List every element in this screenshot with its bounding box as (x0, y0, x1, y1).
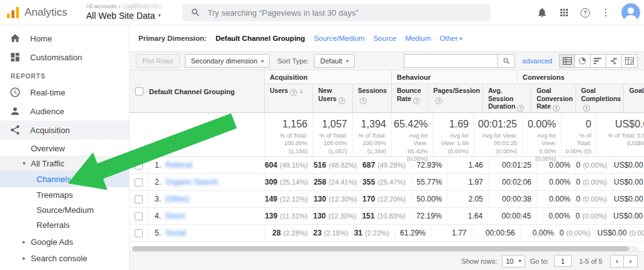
summary-sessions: 1,394% of Total: 100.00% (1,394) (353, 113, 392, 156)
sidebar-item-referrals[interactable]: Referrals (0, 217, 129, 232)
sidebar-item-audience[interactable]: Audience (0, 102, 129, 121)
show-rows-select[interactable]: 10▾ (502, 255, 525, 267)
sessions-cell: 31(2.22%) (354, 225, 395, 241)
column-header-users[interactable]: Users?↓ (265, 84, 313, 112)
help-tooltip-icon[interactable]: ? (553, 105, 560, 112)
goal-conversion-rate-cell: 0.00% (536, 208, 575, 224)
dimension-tab-source-medium[interactable]: Source/Medium (314, 35, 365, 42)
google-analytics-logo[interactable] (6, 6, 20, 19)
search-placeholder: Try searching “Pageviews in last 30 days… (208, 8, 358, 18)
sidebar-item-channels[interactable]: Channels (0, 171, 129, 187)
row-checkbox[interactable] (135, 229, 143, 237)
goto-label: Go to: (530, 257, 549, 265)
help-tooltip-icon[interactable]: ? (435, 97, 442, 104)
summary-avg-session-duration: 00:01:25Avg for View: 00:01:25 (0.00%) (474, 113, 523, 156)
row-checkbox[interactable] (135, 161, 143, 170)
pages-session-cell: 1.64 (447, 208, 488, 224)
chevron-down-icon: ▾ (261, 58, 264, 64)
sidebar-item-customisation[interactable]: Customisation (0, 48, 129, 67)
column-header-pages-session[interactable]: Pages/Session? (428, 84, 483, 112)
table-search-button[interactable] (498, 54, 515, 68)
help-tooltip-icon[interactable]: ? (338, 97, 345, 104)
avatar[interactable] (621, 3, 640, 22)
users-cell: 149(12.12%) (265, 191, 314, 207)
row-checkbox-cell (130, 174, 148, 190)
goal-value-cell: US$0.00(0.00%) (613, 174, 644, 190)
comparison-view-icon[interactable] (606, 54, 622, 68)
apps-grid-icon[interactable] (558, 7, 570, 18)
sidebar-item-label: Channels (36, 175, 71, 184)
first-column-header[interactable]: Default Channel Grouping (130, 70, 265, 112)
help-tooltip-icon[interactable]: ? (413, 97, 420, 104)
help-tooltip-icon[interactable]: ? (360, 97, 367, 104)
sidebar-item-acquisition[interactable]: Acquisition (0, 121, 129, 139)
help-tooltip-icon[interactable]: ? (517, 105, 524, 112)
sidebar-item-overview[interactable]: Overview (0, 141, 129, 156)
sidebar-item-home[interactable]: Home (0, 29, 129, 48)
help-tooltip-icon[interactable]: ? (290, 89, 297, 96)
dimension-tab-medium[interactable]: Medium (405, 35, 431, 42)
row-checkbox[interactable] (135, 195, 143, 203)
column-header-sessions[interactable]: Sessions? (353, 84, 392, 112)
channel-link[interactable]: Social (165, 229, 186, 237)
channel-name-cell: 4. Direct (148, 208, 265, 224)
column-header-goal-completions[interactable]: Goal Completions? (576, 84, 625, 112)
more-options-icon[interactable]: ⋮ (601, 8, 611, 18)
goto-page-input[interactable]: 1 (554, 255, 572, 267)
table-view-icon[interactable] (559, 54, 575, 68)
column-header-bounce-rate[interactable]: Bounce Rate? (392, 84, 428, 112)
sessions-cell: 151(10.83%) (362, 208, 411, 224)
channel-link[interactable]: (Other) (165, 195, 189, 203)
scrollbar-thumb[interactable] (132, 246, 629, 251)
plot-rows-button[interactable]: Plot Rows (136, 54, 180, 68)
sort-type-button[interactable]: Default▾ (314, 54, 355, 68)
next-page-button[interactable]: › (624, 255, 638, 267)
table-body: 1. Referral 604(49.15%) 516(48.82%) 687(… (130, 157, 644, 242)
sidebar-item-realtime[interactable]: Real-time (0, 83, 129, 102)
dimension-tab-default-channel-grouping[interactable]: Default Channel Grouping (216, 35, 305, 42)
sidebar-item-treemaps[interactable]: Treemaps (0, 187, 129, 202)
row-checkbox[interactable] (135, 178, 143, 186)
report-toolbar: Plot Rows Secondary dimension▾ Sort Type… (130, 51, 644, 70)
column-header-avg-session-duration[interactable]: Avg. Session Duration? (483, 84, 531, 112)
help-tooltip-icon[interactable]: ? (583, 105, 590, 112)
table-search-input[interactable] (404, 54, 498, 68)
horizontal-scrollbar[interactable] (132, 246, 639, 251)
row-rank: 5. (148, 229, 161, 237)
channel-link[interactable]: Direct (165, 212, 185, 220)
notifications-bell-icon[interactable] (536, 7, 548, 18)
select-all-checkbox[interactable] (135, 87, 143, 95)
top-app-bar: Analytics All accounts › LogidPress Pro … (0, 0, 644, 25)
column-header-new-users[interactable]: New Users? (313, 84, 353, 112)
bounce-rate-cell: 72.93% (411, 157, 448, 173)
row-checkbox[interactable] (135, 212, 143, 220)
table-row: 4. Direct 139(11.31%) 130(12.30%) 151(10… (130, 208, 644, 225)
sidebar-item-social[interactable]: ▸ Social (0, 266, 129, 270)
dimension-tab-source[interactable]: Source (374, 35, 396, 42)
account-switcher[interactable]: All accounts › LogidPress Pro All Web Si… (86, 4, 161, 20)
dimension-tab-other[interactable]: Other▾ (440, 35, 462, 42)
percentage-view-icon[interactable] (575, 54, 591, 68)
sidebar-item-search-console[interactable]: ▸ Search console (0, 250, 129, 266)
summary-bounce-rate: 65.42%Avg for View: 65.42% (0.00%) (392, 113, 433, 156)
channel-link[interactable]: Referral (165, 161, 192, 170)
search-icon (191, 8, 201, 18)
goal-conversion-rate-cell: 0.00% (521, 225, 560, 241)
performance-view-icon[interactable] (591, 54, 606, 68)
sort-type-label: Sort Type: (277, 57, 309, 65)
new-users-cell: 258(24.41%) (314, 174, 363, 190)
global-search[interactable]: Try searching “Pageviews in last 30 days… (182, 4, 491, 21)
sidebar-item-google-ads[interactable]: ▸ Google Ads (0, 234, 129, 250)
avg-session-duration-cell: 00:00:56 (472, 225, 521, 241)
sidebar-item-all-traffic[interactable]: ▾ All Traffic (0, 156, 129, 171)
help-icon[interactable]: ? (580, 8, 590, 18)
column-header-goal-conversion-rate[interactable]: Goal Conversion Rate? (531, 84, 576, 112)
sidebar-item-source-medium[interactable]: Source/Medium (0, 202, 129, 217)
pivot-view-icon[interactable] (622, 54, 638, 68)
column-header-goal-value[interactable]: Goal Value? (624, 84, 644, 112)
row-checkbox-cell (130, 157, 148, 173)
secondary-dimension-button[interactable]: Secondary dimension▾ (185, 54, 270, 68)
advanced-filter-link[interactable]: advanced (522, 57, 552, 65)
channel-link[interactable]: Organic Search (165, 178, 218, 186)
prev-page-button[interactable]: ‹ (610, 255, 624, 267)
